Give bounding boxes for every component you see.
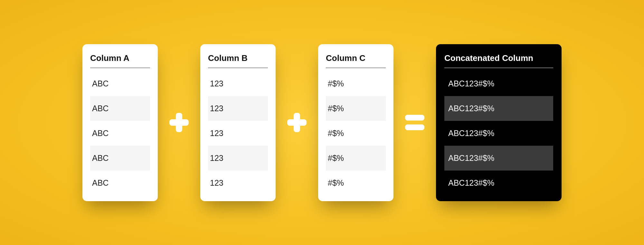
table-row: #$% xyxy=(326,146,386,171)
table-row: #$% xyxy=(326,171,386,195)
table-row: ABC xyxy=(90,146,150,171)
table-row: ABC xyxy=(90,171,150,195)
column-c-card: Column C #$% #$% #$% #$% #$% xyxy=(318,44,393,201)
table-row: 123 xyxy=(208,146,268,171)
equals-icon xyxy=(403,115,426,130)
column-b-header: Column B xyxy=(208,53,268,68)
table-row: 123 xyxy=(208,171,268,195)
table-row: 123 xyxy=(208,71,268,96)
table-row: ABC123#$% xyxy=(444,96,553,121)
table-row: 123 xyxy=(208,121,268,146)
table-row: ABC123#$% xyxy=(444,171,553,195)
table-row: ABC123#$% xyxy=(444,146,553,171)
table-row: ABC xyxy=(90,121,150,146)
column-a-header: Column A xyxy=(90,53,150,68)
column-b-card: Column B 123 123 123 123 123 xyxy=(200,44,276,201)
table-row: ABC123#$% xyxy=(444,71,553,96)
column-a-card: Column A ABC ABC ABC ABC ABC xyxy=(82,44,158,201)
table-row: #$% xyxy=(326,71,386,96)
diagram-stage: Column A ABC ABC ABC ABC ABC Column B 12… xyxy=(82,44,562,201)
table-row: #$% xyxy=(326,96,386,121)
table-row: 123 xyxy=(208,96,268,121)
table-row: ABC xyxy=(90,71,150,96)
result-card: Concatenated Column ABC123#$% ABC123#$% … xyxy=(436,44,562,201)
result-header: Concatenated Column xyxy=(444,53,553,68)
table-row: #$% xyxy=(326,121,386,146)
column-c-header: Column C xyxy=(326,53,386,68)
plus-icon xyxy=(167,113,191,132)
table-row: ABC123#$% xyxy=(444,121,553,146)
table-row: ABC xyxy=(90,96,150,121)
plus-icon xyxy=(285,113,308,132)
